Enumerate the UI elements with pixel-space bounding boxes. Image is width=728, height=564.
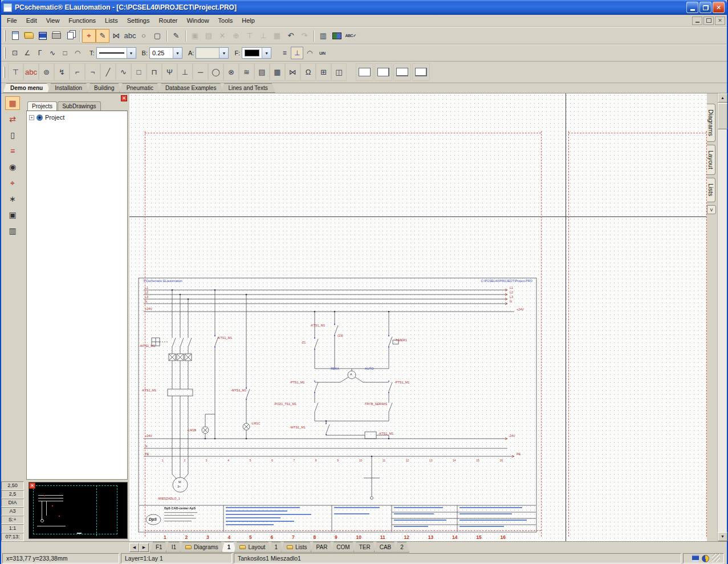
vertical-scrollbar[interactable]: ▲ ▼ bbox=[717, 93, 727, 541]
sym-wire-t[interactable]: ⊤ bbox=[8, 63, 23, 81]
pointer-mode-button[interactable]: ⊡ bbox=[9, 47, 21, 59]
menu-item[interactable]: Edit bbox=[22, 15, 42, 26]
sym-junction-box[interactable]: ⊞ bbox=[316, 63, 331, 81]
database-button[interactable] bbox=[330, 29, 344, 43]
sym-contact-no[interactable]: ⌐ bbox=[70, 63, 85, 81]
navigator-button[interactable]: ⇄ bbox=[5, 112, 20, 126]
sym-text[interactable]: abc bbox=[23, 63, 39, 81]
sym-valve[interactable]: Ψ bbox=[162, 63, 177, 81]
color-dropdown[interactable]: ▼ bbox=[262, 48, 271, 58]
toolbar-button[interactable] bbox=[183, 29, 188, 43]
sym-contact-nc[interactable]: ¬ bbox=[85, 63, 100, 81]
page-format-4-button[interactable] bbox=[412, 63, 430, 81]
color-combo[interactable]: ▼ bbox=[242, 47, 271, 59]
new-button[interactable] bbox=[9, 29, 22, 43]
minimize-button[interactable] bbox=[686, 2, 698, 13]
vertical-scroll-track[interactable] bbox=[718, 129, 727, 532]
line-width-input[interactable] bbox=[150, 50, 173, 56]
sym-earth[interactable]: ⊥ bbox=[177, 63, 193, 81]
spellcheck-button[interactable]: ABC✓ bbox=[344, 29, 357, 43]
sym-resistor[interactable]: Ω bbox=[300, 63, 316, 81]
line-width-dropdown[interactable]: ▼ bbox=[173, 48, 182, 58]
reference-up-button[interactable]: ⊤ bbox=[243, 29, 257, 43]
un-voltage-button[interactable]: U/N bbox=[316, 47, 328, 59]
sym-plc[interactable]: ▦ bbox=[270, 63, 285, 81]
mirror-button[interactable]: ⋈ bbox=[109, 29, 123, 43]
sym-flash[interactable]: ↯ bbox=[54, 63, 70, 81]
page-tab-scroll-left[interactable]: ◀ bbox=[129, 543, 139, 552]
zoom-page-button[interactable]: ◉ bbox=[5, 160, 20, 174]
tab-projects[interactable]: Projects bbox=[27, 101, 57, 111]
angled-line-button[interactable]: ∠ bbox=[21, 47, 34, 59]
tab-subdrawings[interactable]: SubDrawings bbox=[58, 101, 100, 111]
page-format-1-button[interactable] bbox=[356, 63, 373, 81]
text-mode-button[interactable]: abc bbox=[123, 29, 137, 43]
menu-item[interactable]: Tools bbox=[214, 15, 238, 26]
vertical-scroll-thumb[interactable] bbox=[718, 103, 727, 129]
print-button[interactable] bbox=[50, 29, 63, 43]
undo-button[interactable]: ↶ bbox=[284, 29, 298, 43]
arc-button[interactable]: ◠ bbox=[71, 47, 84, 59]
notes-button[interactable]: ▣ bbox=[5, 208, 20, 222]
scroll-down-button[interactable]: ▼ bbox=[718, 532, 727, 541]
menu-item[interactable]: Lists bbox=[100, 15, 123, 26]
sym-switch[interactable]: ╱ bbox=[100, 63, 116, 81]
circle-mode-button[interactable]: ○ bbox=[137, 29, 151, 43]
paste-button[interactable]: ▤ bbox=[202, 29, 215, 43]
page-tab-1[interactable]: 1 bbox=[222, 542, 237, 553]
app-status-icon[interactable] bbox=[702, 555, 709, 562]
redo-button[interactable]: ↷ bbox=[298, 29, 311, 43]
panel-close-button[interactable]: ✕ bbox=[121, 95, 127, 101]
mdi-close-button[interactable]: ✕ bbox=[715, 17, 725, 25]
menu-tab-pneumatic[interactable]: Pneumatic bbox=[119, 83, 161, 93]
corner-line-button[interactable]: Γ bbox=[34, 47, 46, 59]
sym-relay[interactable]: ⊓ bbox=[147, 63, 162, 81]
line-type-dropdown[interactable]: ▼ bbox=[127, 48, 136, 58]
page-tab-1-layout[interactable]: 1 bbox=[269, 542, 283, 553]
menu-item[interactable]: Router bbox=[154, 15, 182, 26]
menu-item[interactable]: View bbox=[42, 15, 64, 26]
copy-button[interactable]: ▣ bbox=[188, 29, 202, 43]
page-tab-diagrams[interactable]: Diagrams bbox=[180, 542, 224, 553]
scroll-up-button[interactable]: ▲ bbox=[718, 93, 727, 103]
sym-lamp[interactable]: ⊗ bbox=[223, 63, 239, 81]
copy-page-button[interactable] bbox=[63, 29, 77, 43]
menu-item[interactable]: Functions bbox=[64, 15, 100, 26]
dmr-button[interactable]: ▦ bbox=[270, 29, 284, 43]
draw-toolbar-grip[interactable] bbox=[4, 47, 6, 59]
symbol-toolbar-grip[interactable] bbox=[3, 67, 5, 78]
tab-layout[interactable]: Layout bbox=[707, 145, 715, 175]
menu-item[interactable]: File bbox=[2, 15, 22, 26]
resize-grip[interactable] bbox=[712, 554, 720, 562]
sym-socket[interactable]: ⊚ bbox=[39, 63, 54, 81]
curve-line-button[interactable]: ∿ bbox=[46, 47, 59, 59]
page-tab-2[interactable]: 2 bbox=[394, 542, 409, 553]
page-tab-f1[interactable]: F1 bbox=[150, 542, 168, 553]
tab-diagrams[interactable]: Diagrams bbox=[707, 104, 715, 142]
object-lister-button[interactable]: ▥ bbox=[316, 29, 330, 43]
drawing-canvas[interactable]: PCschematic ELautomation C:\PCSEL40\PROJ… bbox=[129, 93, 707, 541]
menu-item[interactable]: Settings bbox=[123, 15, 154, 26]
menu-tab-lines-texts[interactable]: Lines and Texts bbox=[221, 83, 275, 93]
toolbar-button[interactable] bbox=[311, 29, 316, 43]
line-mode-button[interactable]: ✎ bbox=[96, 29, 109, 43]
page-preview[interactable]: ✕ bbox=[29, 482, 128, 539]
page-tab-par[interactable]: PAR bbox=[311, 542, 334, 553]
more-tabs-button[interactable]: v bbox=[707, 205, 716, 214]
line-width-button[interactable]: ≡ bbox=[278, 47, 291, 59]
sym-wire[interactable]: ─ bbox=[193, 63, 208, 81]
line-type-combo[interactable]: ▼ bbox=[96, 47, 136, 59]
page-tab-com[interactable]: COM bbox=[331, 542, 355, 553]
page-format-3-button[interactable] bbox=[393, 63, 411, 81]
delete-button[interactable]: ✕ bbox=[215, 29, 229, 43]
arc-segment-button[interactable]: ◠ bbox=[303, 47, 316, 59]
menu-item[interactable]: Window bbox=[182, 15, 213, 26]
tree-node-project[interactable]: + Project bbox=[29, 114, 125, 121]
tab-lists[interactable]: Lists bbox=[707, 178, 715, 202]
sym-coil[interactable]: □ bbox=[131, 63, 147, 81]
tree-expander[interactable]: + bbox=[29, 115, 34, 120]
sym-coil-ac[interactable]: ∿ bbox=[116, 63, 131, 81]
page-function-button[interactable]: ▯ bbox=[5, 128, 20, 142]
close-button[interactable]: ✕ bbox=[713, 2, 725, 13]
reference-point-button[interactable]: ⊕ bbox=[229, 29, 243, 43]
